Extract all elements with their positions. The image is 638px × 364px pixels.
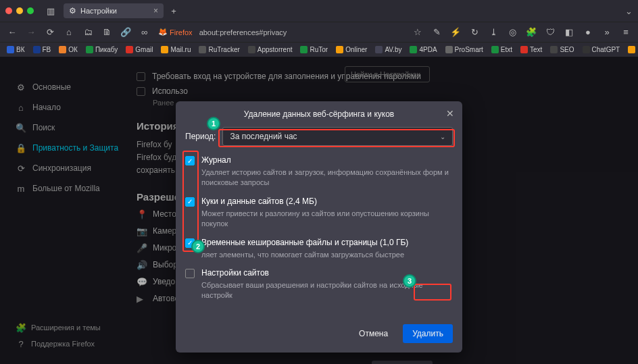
period-select[interactable]: За последний час ⌄ bbox=[222, 127, 453, 146]
link-icon[interactable]: 🔗 bbox=[119, 26, 132, 39]
more-icon[interactable]: » bbox=[600, 26, 614, 39]
tab-title: Настройки bbox=[80, 7, 117, 15]
bookmark-icon bbox=[248, 46, 255, 53]
bookmark-icon bbox=[161, 46, 168, 53]
bookmark-icon bbox=[375, 46, 383, 53]
firefox-icon: 🦊 bbox=[158, 28, 168, 36]
bookmark-item[interactable]: Onliner bbox=[333, 45, 370, 54]
refresh2-icon[interactable]: ↻ bbox=[468, 26, 481, 39]
option-checkbox[interactable] bbox=[185, 269, 195, 278]
pocket-icon[interactable]: ◧ bbox=[562, 26, 576, 39]
bookmark-item[interactable]: RuTor bbox=[297, 45, 330, 54]
clear-data-dialog: Удаление данных веб-сёрфинга и куков ✕ П… bbox=[176, 101, 462, 353]
bookmark-label: FB bbox=[43, 46, 51, 53]
shield-icon[interactable]: 🛡 bbox=[543, 26, 557, 39]
bookmark-icon bbox=[550, 46, 558, 53]
bookmark-item[interactable]: Text bbox=[518, 45, 545, 54]
star-icon[interactable]: ☆ bbox=[411, 26, 424, 39]
home-button[interactable]: ⌂ bbox=[62, 26, 76, 39]
gear-icon: ⚙ bbox=[69, 6, 76, 16]
bookmark-icon bbox=[336, 46, 343, 53]
reload-button[interactable]: ⟳ bbox=[43, 26, 57, 39]
option-title: Временные кешированные файлы и страницы … bbox=[201, 238, 408, 247]
pen-icon[interactable]: ✎ bbox=[430, 26, 443, 39]
bookmark-label: ОК bbox=[68, 46, 78, 53]
avatar-icon[interactable]: ● bbox=[581, 26, 595, 39]
bookmark-item[interactable]: Appstorrent bbox=[245, 45, 295, 54]
download-icon[interactable]: ⤓ bbox=[487, 26, 500, 39]
bookmark-label: ProSmart bbox=[455, 46, 483, 53]
bookmark-icon bbox=[583, 46, 590, 53]
option-checkbox[interactable]: ✓ bbox=[185, 197, 195, 207]
tab-strip: ⚙ Настройки × + ⌄ bbox=[64, 3, 633, 18]
clear-option: ✓ Временные кешированные файлы и страниц… bbox=[185, 238, 453, 260]
tabs-overflow-icon[interactable]: ⌄ bbox=[625, 6, 633, 16]
bookmark-item[interactable]: ОК bbox=[56, 45, 80, 54]
new-tab-button[interactable]: + bbox=[166, 3, 181, 18]
bookmark-label: 4PDA bbox=[419, 46, 437, 53]
sidebar-toggle-icon[interactable]: ▥ bbox=[43, 3, 58, 18]
clear-option: ✓ Журнал Удаляет историю сайтов и загруз… bbox=[185, 155, 453, 188]
option-title: Куки и данные сайтов (2,4 МБ) bbox=[201, 197, 317, 206]
bookmark-icon bbox=[126, 46, 133, 53]
option-desc: ляет элементы, что помогает сайтам загру… bbox=[201, 250, 453, 260]
cancel-button[interactable]: Отмена bbox=[351, 324, 396, 343]
window-close-button[interactable] bbox=[5, 7, 12, 14]
bookmark-item[interactable]: ВК bbox=[4, 45, 28, 54]
bookmark-item[interactable]: 4PDA bbox=[407, 45, 439, 54]
bookmark-item[interactable]: FB bbox=[30, 45, 54, 54]
account-icon[interactable]: ◎ bbox=[506, 26, 519, 39]
firefox-brand-label: 🦊 Firefox bbox=[158, 28, 193, 36]
bookmark-item[interactable]: ЮMoney bbox=[625, 45, 638, 54]
period-value: За последний час bbox=[230, 132, 297, 141]
bookmark-icon bbox=[520, 46, 528, 53]
back-button[interactable]: ← bbox=[5, 26, 19, 39]
lightning-icon[interactable]: ⚡ bbox=[449, 26, 462, 39]
bookmark-label: Onliner bbox=[345, 46, 367, 53]
bookmark-item[interactable]: AV.by bbox=[372, 45, 404, 54]
bookmark-label: Appstorrent bbox=[257, 46, 293, 53]
dialog-title: Удаление данных веб-сёрфинга и куков bbox=[244, 109, 394, 119]
window-maximize-button[interactable] bbox=[27, 7, 34, 14]
infinity-icon[interactable]: ∞ bbox=[138, 26, 151, 39]
bookmark-label: AV.by bbox=[385, 46, 401, 53]
bookmark-label: Gmail bbox=[135, 46, 153, 53]
annotation-badge-1: 1 bbox=[207, 117, 220, 130]
bookmark-icon bbox=[410, 46, 417, 53]
library-icon[interactable]: 🗂 bbox=[81, 26, 95, 39]
clear-option: ✓ Куки и данные сайтов (2,4 МБ) Может пр… bbox=[185, 197, 453, 230]
bookmark-item[interactable]: RuTracker bbox=[196, 45, 242, 54]
delete-button[interactable]: Удалить bbox=[403, 324, 453, 343]
option-title: Настройки сайтов bbox=[201, 268, 269, 278]
bookmark-item[interactable]: Mail.ru bbox=[158, 45, 193, 54]
forward-button[interactable]: → bbox=[24, 26, 38, 39]
option-checkbox[interactable]: ✓ bbox=[185, 156, 195, 165]
bookmark-label: SEO bbox=[560, 46, 574, 53]
bookmark-item[interactable]: Gmail bbox=[123, 45, 155, 54]
url-text[interactable]: about:preferences#privacy bbox=[199, 28, 406, 36]
dialog-close-button[interactable]: ✕ bbox=[446, 108, 454, 119]
bookmark-item[interactable]: ProSmart bbox=[443, 45, 486, 54]
bookmark-item[interactable]: Пикабу bbox=[83, 45, 120, 54]
window-minimize-button[interactable] bbox=[16, 7, 23, 14]
title-bar: ▥ ⚙ Настройки × + ⌄ bbox=[0, 0, 638, 22]
menu-icon[interactable]: ≡ bbox=[619, 26, 633, 39]
bookmark-icon bbox=[491, 46, 499, 53]
tab-close-icon[interactable]: × bbox=[153, 6, 158, 16]
bookmark-label: ChatGPT bbox=[592, 46, 620, 53]
bookmark-icon bbox=[33, 46, 41, 53]
bookmark-label: ВК bbox=[16, 46, 25, 53]
bookmark-icon bbox=[86, 46, 93, 53]
annotation-badge-3: 3 bbox=[403, 274, 416, 288]
bookmark-item[interactable]: SEO bbox=[547, 45, 576, 54]
bookmark-item[interactable]: ChatGPT bbox=[580, 45, 623, 54]
bookmark-icon bbox=[199, 46, 206, 53]
extensions-icon[interactable]: 🧩 bbox=[524, 26, 538, 39]
period-label: Период: bbox=[185, 132, 216, 141]
bookmark-label: Etxt bbox=[501, 46, 512, 53]
bookmark-item[interactable]: Etxt bbox=[489, 45, 515, 54]
clipboard-icon[interactable]: 🗎 bbox=[100, 26, 114, 39]
tab-settings[interactable]: ⚙ Настройки × bbox=[64, 3, 164, 18]
bookmark-icon bbox=[7, 46, 14, 53]
chevron-down-icon: ⌄ bbox=[440, 133, 445, 140]
